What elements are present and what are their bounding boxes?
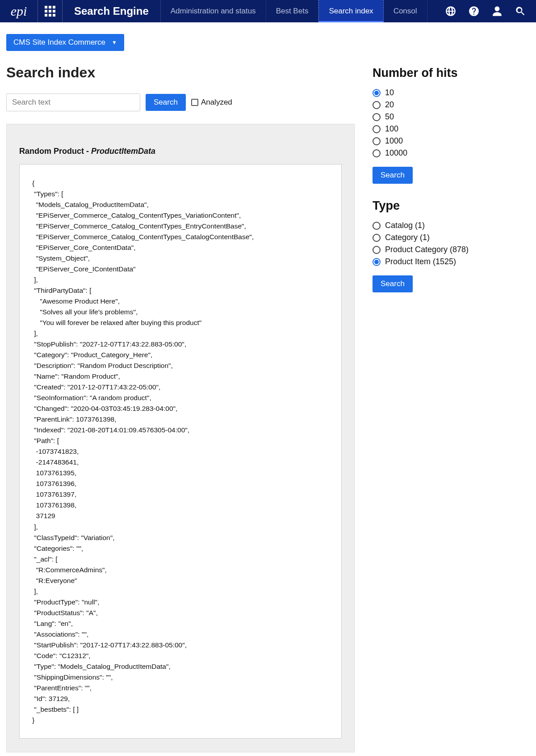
hits-option[interactable]: 50: [373, 112, 530, 122]
apps-grid-icon: [45, 6, 55, 17]
type-option[interactable]: Product Item (1525): [373, 257, 530, 266]
checkbox-icon: [191, 99, 198, 106]
hits-title: Number of hits: [373, 66, 530, 80]
analyzed-checkbox[interactable]: Analyzed: [191, 98, 232, 107]
chevron-down-icon: ▼: [112, 39, 117, 46]
radio-icon: [373, 222, 381, 230]
apps-switcher[interactable]: [38, 0, 63, 22]
index-selector-dropdown[interactable]: CMS Site Index Commerce ▼: [6, 34, 124, 51]
tab-admin-status[interactable]: Administration and status: [161, 0, 266, 22]
type-search-button[interactable]: Search: [373, 275, 413, 292]
nav-tabs: Administration and status Best Bets Sear…: [161, 0, 427, 22]
radio-icon: [373, 125, 381, 133]
right-column: Number of hits 102050100100010000 Search…: [373, 64, 530, 292]
tab-console[interactable]: Consol: [384, 0, 427, 22]
search-input[interactable]: [6, 93, 140, 111]
type-radio-list: Catalog (1)Category (1)Product Category …: [373, 221, 530, 266]
radio-icon: [373, 246, 381, 254]
radio-icon: [373, 149, 381, 157]
top-navbar: epi Search Engine Administration and sta…: [0, 0, 536, 22]
hits-option-label: 100: [385, 124, 398, 134]
hits-option-label: 50: [385, 112, 394, 122]
result-title: Random Product - ProductItemData: [19, 147, 342, 156]
nav-right-icons: [435, 0, 536, 22]
result-json[interactable]: { "Types": [ "Models_Catalog_ProductItem…: [19, 164, 342, 739]
type-option-label: Product Category (878): [385, 245, 469, 254]
type-option-label: Product Item (1525): [385, 257, 456, 266]
tab-search-index[interactable]: Search index: [318, 0, 383, 22]
result-title-name: Random Product -: [19, 147, 91, 156]
content-area: Search index Search Analyzed Random Prod…: [0, 51, 536, 756]
search-button[interactable]: Search: [146, 94, 186, 111]
hits-search-button[interactable]: Search: [373, 167, 413, 184]
analyzed-label: Analyzed: [201, 98, 232, 107]
help-icon[interactable]: [467, 4, 481, 18]
subbar: CMS Site Index Commerce ▼: [0, 22, 536, 51]
tab-best-bets[interactable]: Best Bets: [266, 0, 319, 22]
radio-icon: [373, 101, 381, 109]
radio-icon: [373, 137, 381, 145]
type-option[interactable]: Category (1): [373, 233, 530, 242]
user-icon[interactable]: [490, 4, 504, 18]
globe-icon[interactable]: [444, 4, 457, 18]
result-title-type: ProductItemData: [91, 147, 155, 156]
app-title: Search Engine: [63, 0, 161, 22]
left-column: Search index Search Analyzed Random Prod…: [6, 64, 355, 752]
hits-option-label: 10000: [385, 148, 407, 158]
hits-option-label: 1000: [385, 136, 403, 146]
type-option-label: Category (1): [385, 233, 430, 242]
radio-icon: [373, 258, 381, 266]
radio-icon: [373, 113, 381, 121]
radio-icon: [373, 89, 381, 97]
type-section: Type Catalog (1)Category (1)Product Cate…: [373, 199, 530, 292]
logo-text: epi: [11, 4, 27, 19]
hits-option[interactable]: 100: [373, 124, 530, 134]
search-icon[interactable]: [514, 4, 527, 18]
result-panel: Random Product - ProductItemData { "Type…: [6, 124, 355, 752]
hits-option[interactable]: 10000: [373, 148, 530, 158]
type-option[interactable]: Catalog (1): [373, 221, 530, 230]
hits-option-label: 20: [385, 100, 394, 110]
page-title: Search index: [6, 64, 355, 81]
radio-icon: [373, 234, 381, 242]
type-option-label: Catalog (1): [385, 221, 425, 230]
hits-option[interactable]: 10: [373, 88, 530, 97]
type-title: Type: [373, 199, 530, 213]
type-option[interactable]: Product Category (878): [373, 245, 530, 254]
hits-radio-list: 102050100100010000: [373, 88, 530, 158]
hits-option-label: 10: [385, 88, 394, 97]
hits-option[interactable]: 20: [373, 100, 530, 110]
search-row: Search Analyzed: [6, 93, 355, 111]
index-selector-label: CMS Site Index Commerce: [13, 38, 105, 47]
logo-cell[interactable]: epi: [0, 0, 38, 22]
hits-option[interactable]: 1000: [373, 136, 530, 146]
